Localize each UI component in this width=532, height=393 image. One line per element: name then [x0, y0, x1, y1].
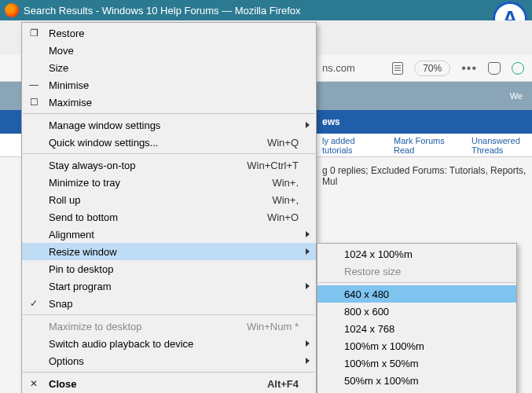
- menu-item-roll-up[interactable]: Roll upWin+,: [22, 191, 316, 208]
- menu-item-snap[interactable]: ✓Snap: [22, 295, 316, 312]
- menu-item-stay-always-on-top[interactable]: Stay always-on-topWin+Ctrl+T: [22, 156, 316, 174]
- menu-item-label: Stay always-on-top: [49, 160, 247, 171]
- menu-item-alignment[interactable]: Alignment: [22, 226, 316, 243]
- menu-item-label: Restore: [49, 28, 299, 39]
- menu-item-label: Switch audio playback to device: [49, 338, 299, 350]
- resize-option-100-m-x-100-m[interactable]: 100%m x 100%m: [317, 337, 516, 354]
- menu-item-accelerator: Win+Q: [267, 137, 299, 149]
- menu-item-label: 100%m x 50%m: [344, 358, 505, 369]
- menu-item-label: Snap: [49, 298, 299, 310]
- maximise-icon: ☐: [28, 97, 39, 108]
- resize-option-50-m-x-50-m[interactable]: 50%m x 50%m: [317, 389, 516, 393]
- menu-item-label: Start program: [49, 281, 299, 292]
- menu-item-minimise[interactable]: —Minimise: [22, 76, 316, 94]
- close-icon: ✕: [28, 378, 39, 389]
- menu-item-accelerator: Win+,: [272, 194, 299, 206]
- resize-window-submenu: 1024 x 100%mRestore size640 x 480800 x 6…: [317, 243, 517, 393]
- window-system-menu: ❐RestoreMoveSize—Minimise☐MaximiseManage…: [21, 22, 317, 393]
- menu-item-accelerator: Win+.: [272, 177, 299, 189]
- menu-item-accelerator: Win+Num *: [247, 321, 299, 332]
- menu-item-label: 800 x 600: [344, 306, 505, 318]
- window-titlebar[interactable]: Search Results - Windows 10 Help Forums …: [0, 0, 532, 20]
- menu-item-size[interactable]: Size: [22, 59, 316, 76]
- submenu-arrow-icon: [306, 231, 310, 237]
- menu-item-start-program[interactable]: Start program: [22, 277, 316, 295]
- menu-item-label: Move: [49, 45, 299, 57]
- resize-option-800-x-600[interactable]: 800 x 600: [317, 303, 516, 320]
- restore-icon: ❐: [28, 28, 39, 39]
- results-text: g 0 replies; Excluded Forums: Tutorials,…: [322, 165, 526, 187]
- menu-item-restore[interactable]: ❐Restore: [22, 24, 316, 42]
- menu-item-label: 1024 x 768: [344, 323, 505, 335]
- reader-mode-icon[interactable]: [392, 62, 403, 75]
- menu-item-move[interactable]: Move: [22, 42, 316, 59]
- page-actions-icon[interactable]: •••: [461, 61, 477, 75]
- submenu-arrow-icon: [306, 358, 310, 364]
- resize-option-1024-x-100-m[interactable]: 1024 x 100%m: [317, 245, 516, 263]
- menu-item-label: Restore size: [344, 266, 505, 277]
- menu-item-accelerator: Win+O: [267, 211, 299, 223]
- menu-item-label: Close: [49, 378, 267, 390]
- menu-item-label: 50%m x 100%m: [344, 375, 505, 387]
- menu-item-label: 640 x 480: [344, 288, 505, 300]
- menu-item-label: Quick window settings...: [49, 137, 267, 149]
- minimise-icon: —: [28, 79, 39, 90]
- menu-separator: [23, 153, 315, 154]
- menu-item-switch-audio-playback-to-device[interactable]: Switch audio playback to device: [22, 335, 316, 352]
- resize-option-restore-size: Restore size: [317, 263, 516, 280]
- menu-item-label: Resize window: [49, 246, 299, 258]
- menu-item-accelerator: Alt+F4: [267, 378, 299, 390]
- resize-option-640-x-480[interactable]: 640 x 480: [317, 285, 516, 303]
- menu-separator: [23, 314, 315, 315]
- menu-item-label: 100%m x 100%m: [344, 340, 505, 352]
- forum-link[interactable]: Unanswered Threads: [471, 136, 532, 155]
- menu-item-minimize-to-tray[interactable]: Minimize to trayWin+.: [22, 174, 316, 191]
- menu-item-label: Maximize to desktop: [49, 321, 247, 332]
- nav-item[interactable]: ews: [322, 116, 340, 127]
- menu-item-close[interactable]: ✕CloseAlt+F4: [22, 375, 316, 392]
- extension-icon[interactable]: [512, 62, 524, 75]
- menu-item-pin-to-desktop[interactable]: Pin to desktop: [22, 260, 316, 277]
- menu-item-label: Pin to desktop: [49, 263, 299, 275]
- submenu-arrow-icon: [306, 340, 310, 347]
- forum-link[interactable]: Mark Forums Read: [394, 136, 448, 155]
- menu-item-maximize-to-desktop: Maximize to desktopWin+Num *: [22, 318, 316, 335]
- menu-item-label: Send to bottom: [49, 211, 267, 223]
- menu-item-label: Alignment: [49, 229, 299, 241]
- menu-item-label: Minimise: [49, 79, 299, 91]
- menu-item-manage-window-settings[interactable]: Manage window settings: [22, 116, 316, 134]
- menu-item-send-to-bottom[interactable]: Send to bottomWin+O: [22, 208, 316, 226]
- menu-separator: [23, 372, 315, 373]
- menu-item-label: Options: [49, 355, 299, 367]
- menu-item-label: Roll up: [49, 194, 272, 206]
- forum-link[interactable]: ly added tutorials: [322, 136, 370, 155]
- menu-item-label: Size: [49, 62, 299, 74]
- zoom-indicator[interactable]: 70%: [414, 61, 450, 76]
- check-icon: ✓: [28, 298, 39, 309]
- submenu-arrow-icon: [306, 122, 310, 128]
- resize-option-1024-x-768[interactable]: 1024 x 768: [317, 320, 516, 337]
- firefox-icon: [5, 3, 19, 17]
- banner-text: We: [510, 91, 523, 101]
- resize-option-100-m-x-50-m[interactable]: 100%m x 50%m: [317, 354, 516, 372]
- menu-item-label: Minimize to tray: [49, 177, 272, 189]
- submenu-arrow-icon: [306, 283, 310, 289]
- resize-option-50-m-x-100-m[interactable]: 50%m x 100%m: [317, 372, 516, 389]
- menu-separator: [23, 113, 315, 114]
- menu-item-label: Manage window settings: [49, 119, 299, 131]
- menu-item-options[interactable]: Options: [22, 352, 316, 369]
- menu-item-label: Maximise: [49, 97, 299, 108]
- menu-item-quick-window-settings[interactable]: Quick window settings...Win+Q: [22, 134, 316, 151]
- window-title: Search Results - Windows 10 Help Forums …: [24, 5, 301, 17]
- menu-separator: [318, 282, 515, 283]
- menu-item-resize-window[interactable]: Resize window: [22, 243, 316, 260]
- menu-item-label: 1024 x 100%m: [344, 248, 505, 260]
- menu-item-maximise[interactable]: ☐Maximise: [22, 94, 316, 111]
- submenu-arrow-icon: [306, 248, 310, 255]
- pocket-icon[interactable]: [488, 62, 501, 75]
- menu-item-accelerator: Win+Ctrl+T: [247, 160, 299, 171]
